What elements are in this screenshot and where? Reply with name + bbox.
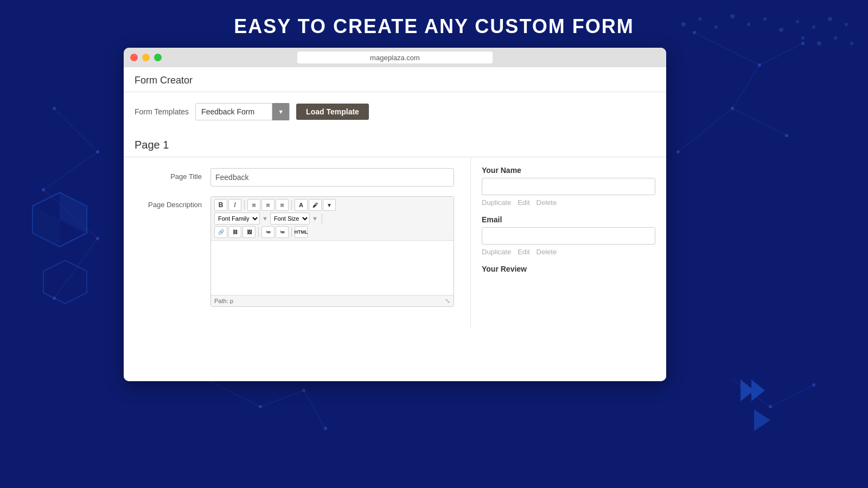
svg-point-21 xyxy=(96,150,99,153)
rte-wrap: B I ≡ ≡ ≡ A 🖌 ▼ xyxy=(210,196,454,307)
rte-divider-4 xyxy=(258,227,259,237)
rte-divider-1 xyxy=(244,200,245,210)
rte-more-button[interactable]: ▼ xyxy=(323,199,336,211)
your-review-label: Your Review xyxy=(482,265,655,273)
load-template-button[interactable]: Load Template xyxy=(296,104,369,120)
rich-text-editor[interactable]: B I ≡ ≡ ≡ A 🖌 ▼ xyxy=(210,196,454,307)
rte-ol-button[interactable]: ≔ xyxy=(276,226,289,238)
svg-line-13 xyxy=(770,385,814,407)
rte-unlink-button[interactable]: ⛓ xyxy=(228,226,241,238)
rte-font-color-button[interactable]: A xyxy=(295,199,308,211)
page-title-row: Page Title xyxy=(140,168,454,187)
rte-path-bar: Path: p ⤡ xyxy=(211,295,454,306)
form-templates-row: Form Templates Feedback Form ▼ Load Temp… xyxy=(124,92,666,131)
your-name-delete-link[interactable]: Delete xyxy=(537,198,557,207)
form-templates-select[interactable]: Feedback Form ▼ xyxy=(195,103,290,120)
email-label: Email xyxy=(482,215,655,224)
rte-divider-3 xyxy=(322,214,322,223)
page-description-row: Page Description B I ≡ ≡ xyxy=(140,196,454,307)
rte-align-center-button[interactable]: ≡ xyxy=(261,199,275,211)
email-delete-link[interactable]: Delete xyxy=(537,248,557,256)
svg-point-18 xyxy=(785,134,788,137)
selected-template-text: Feedback Form xyxy=(196,107,272,116)
rte-font-size-select[interactable]: Font Size xyxy=(270,213,310,224)
rte-toolbar-row-2: Font Family ▼ Font Size ▼ xyxy=(214,213,450,224)
browser-window: mageplaza.com Form Creator Form Template… xyxy=(124,48,666,381)
svg-line-7 xyxy=(43,190,98,239)
page-title-input-wrap xyxy=(210,168,454,187)
rte-html-button[interactable]: HTML xyxy=(295,226,308,238)
svg-point-49 xyxy=(817,41,821,46)
rte-ul-button[interactable]: ≔ xyxy=(261,226,275,238)
email-input[interactable] xyxy=(482,227,655,245)
browser-titlebar: mageplaza.com xyxy=(124,48,666,67)
svg-point-28 xyxy=(769,405,772,408)
rte-highlight-button[interactable]: 🖌 xyxy=(309,199,322,211)
rte-align-right-button[interactable]: ≡ xyxy=(276,199,289,211)
url-bar[interactable]: mageplaza.com xyxy=(297,52,493,63)
rte-toolbar-row-1: B I ≡ ≡ ≡ A 🖌 ▼ xyxy=(214,199,450,211)
svg-line-1 xyxy=(760,43,803,65)
your-name-block: Your Name Duplicate Edit Delete xyxy=(482,166,655,207)
svg-point-16 xyxy=(801,42,805,45)
form-creator-title: Form Creator xyxy=(135,75,655,86)
rte-toolbar-row-3: 🔗 ⛓ 🖼 ≔ ≔ HTML xyxy=(214,226,450,238)
svg-marker-34 xyxy=(741,380,754,401)
your-name-duplicate-link[interactable]: Duplicate xyxy=(482,198,511,207)
svg-point-51 xyxy=(850,42,853,45)
your-name-label: Your Name xyxy=(482,166,655,175)
svg-point-22 xyxy=(42,188,45,191)
svg-line-11 xyxy=(304,390,326,428)
svg-line-2 xyxy=(732,65,760,108)
browser-content: Form Creator Form Templates Feedback For… xyxy=(124,67,666,381)
svg-point-20 xyxy=(53,107,56,110)
svg-line-8 xyxy=(54,239,98,298)
maximize-button[interactable] xyxy=(154,54,162,61)
rte-font-family-select[interactable]: Font Family xyxy=(214,213,260,224)
svg-marker-32 xyxy=(33,206,60,247)
page-heading: EASY TO CREATE ANY CUSTOM FORM xyxy=(0,0,868,38)
email-block: Email Duplicate Edit Delete xyxy=(482,215,655,256)
email-edit-link[interactable]: Edit xyxy=(518,248,529,256)
rte-body[interactable] xyxy=(211,241,454,295)
page-title-label: Page Title xyxy=(140,168,210,181)
svg-point-17 xyxy=(731,107,734,110)
rte-align-left-button[interactable]: ≡ xyxy=(247,199,260,211)
page-section-header: Page 1 xyxy=(124,131,666,157)
svg-marker-30 xyxy=(33,192,87,247)
rte-image-button[interactable]: 🖼 xyxy=(242,226,256,238)
rte-bold-button[interactable]: B xyxy=(214,199,227,211)
rte-resize-handle[interactable]: ⤡ xyxy=(445,297,450,305)
svg-marker-36 xyxy=(754,409,770,431)
close-button[interactable] xyxy=(130,54,138,61)
rte-link-button[interactable]: 🔗 xyxy=(214,226,227,238)
your-name-edit-link[interactable]: Edit xyxy=(518,198,529,207)
svg-point-15 xyxy=(758,63,761,67)
svg-line-9 xyxy=(206,380,260,407)
select-arrow-button[interactable]: ▼ xyxy=(272,103,289,120)
svg-point-26 xyxy=(302,389,305,392)
svg-marker-35 xyxy=(751,380,765,401)
svg-line-3 xyxy=(732,108,787,136)
rte-italic-button[interactable]: I xyxy=(228,199,241,211)
svg-point-29 xyxy=(812,383,815,387)
svg-point-27 xyxy=(324,427,327,430)
email-duplicate-link[interactable]: Duplicate xyxy=(482,248,511,256)
rte-divider-2 xyxy=(291,200,292,210)
rte-divider-5 xyxy=(291,227,292,237)
your-name-input[interactable] xyxy=(482,178,655,195)
svg-point-25 xyxy=(259,405,262,408)
your-name-actions: Duplicate Edit Delete xyxy=(482,198,655,207)
svg-marker-33 xyxy=(43,260,87,304)
svg-point-19 xyxy=(676,150,680,153)
svg-line-10 xyxy=(260,390,304,407)
email-actions: Duplicate Edit Delete xyxy=(482,248,655,256)
url-text: mageplaza.com xyxy=(370,54,420,62)
minimize-button[interactable] xyxy=(142,54,150,61)
svg-line-6 xyxy=(43,152,98,190)
svg-line-4 xyxy=(678,108,732,152)
form-creator-header: Form Creator xyxy=(124,67,666,92)
svg-line-5 xyxy=(54,108,98,152)
your-review-block: Your Review xyxy=(482,265,655,273)
page-title-input[interactable] xyxy=(210,168,454,187)
